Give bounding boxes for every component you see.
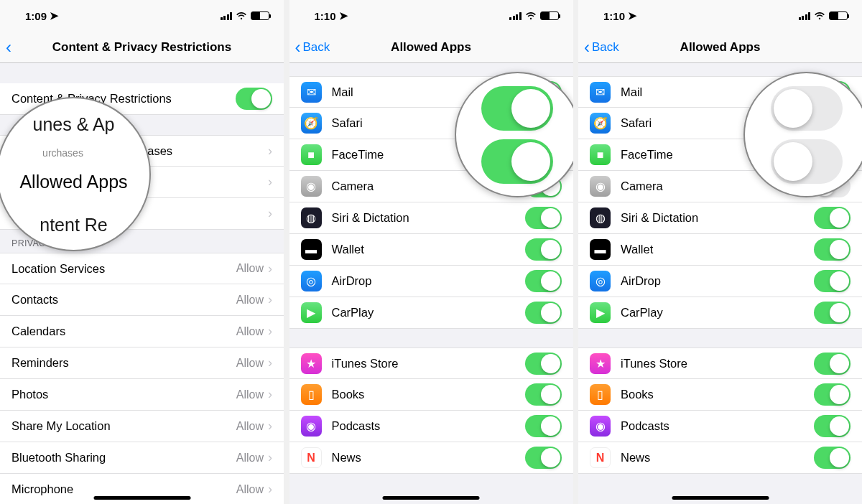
siri-dictation-icon: ◍ [301,207,322,228]
podcasts-icon: ◉ [301,416,322,437]
app-toggle-row[interactable]: ◉Podcasts [289,411,573,442]
podcasts-icon: ◉ [590,416,611,437]
chevron-back-icon: ‹ [295,39,301,56]
chevron-right-icon: › [268,292,272,307]
toggle-switch[interactable] [814,353,851,375]
app-toggle-row[interactable]: ▶CarPlay [578,297,862,329]
toggle-switch[interactable] [814,270,851,292]
row-label: Bluetooth Sharing [11,451,236,465]
wifi-icon [525,11,537,20]
home-indicator[interactable] [93,496,190,500]
toggle-switch[interactable] [814,415,851,437]
app-toggle-row[interactable]: ★iTunes Store [289,347,573,379]
row-label: Siri & Dictation [332,211,525,225]
app-toggle-row[interactable]: ▶CarPlay [289,297,573,329]
back-button[interactable]: ‹ Back [584,39,619,56]
app-toggle-row[interactable]: ▯Books [578,379,862,411]
privacy-row[interactable]: Location ServicesAllow› [0,253,284,284]
row-detail: Allow [236,357,264,370]
chevron-right-icon: › [268,419,272,434]
app-toggle-row[interactable]: ◍Siri & Dictation [578,202,862,234]
app-toggle-row[interactable]: ◎AirDrop [289,266,573,297]
toggle-switch[interactable] [525,238,562,261]
privacy-row[interactable]: PhotosAllow› [0,379,284,411]
row-label: Location Services [11,262,236,276]
row-label: AirDrop [332,274,525,288]
row-detail: Allow [236,325,264,338]
row-label: Microphone [11,482,236,496]
enlarged-toggle-off [771,86,843,131]
privacy-row[interactable]: Share My LocationAllow› [0,411,284,442]
app-toggle-row[interactable]: ★iTunes Store [578,347,862,379]
chevron-right-icon: › [268,387,272,402]
toggle-switch[interactable] [814,207,851,229]
back-label: Back [303,40,330,55]
toggle-switch[interactable] [525,270,562,292]
row-detail: Allow [236,294,264,307]
app-toggle-row[interactable]: ◎AirDrop [578,266,862,297]
chevron-right-icon: › [268,482,272,497]
phone-screen-2: 1:10 ➤ ‹ Back Allowed Apps ✉Mail🧭Safari■… [289,0,573,504]
row-detail: Allow [236,420,264,433]
toggle-switch[interactable] [814,238,851,261]
app-toggle-row[interactable]: ◉Podcasts [578,411,862,442]
wallet-icon: ▬ [301,239,322,260]
app-toggle-row[interactable]: ▬Wallet [289,234,573,266]
privacy-row[interactable]: ContactsAllow› [0,284,284,316]
toggle-switch[interactable] [814,302,851,324]
row-label: Photos [11,388,236,401]
toggle-switch[interactable] [525,383,562,406]
chevron-right-icon: › [268,324,272,339]
wallet-icon: ▬ [590,239,611,260]
row-label: Podcasts [621,419,814,433]
privacy-row[interactable]: Bluetooth SharingAllow› [0,442,284,474]
toggle-switch[interactable] [525,302,562,324]
nav-bar: ‹ Content & Privacy Restrictions [0,32,284,63]
chevron-back-icon: ‹ [584,39,590,56]
app-toggle-row[interactable]: NNews [578,442,862,474]
toggle-switch[interactable] [525,353,562,375]
wifi-icon [814,11,825,20]
back-label: Back [592,40,619,55]
row-label: Share My Location [11,419,236,433]
magnifier-overlay [455,72,573,197]
back-button[interactable]: ‹ Back [295,39,330,56]
chevron-right-icon: › [268,144,272,159]
app-toggle-row[interactable]: ◍Siri & Dictation [289,202,573,234]
signal-icon [221,12,233,20]
page-title: Allowed Apps [578,40,862,55]
row-detail: Allow [236,452,264,465]
row-label: Wallet [621,243,814,256]
status-time: 1:10 [315,10,336,22]
app-toggle-row[interactable]: NNews [289,442,573,474]
toggle-switch[interactable] [814,383,851,406]
row-label: News [332,451,525,465]
row-detail: Allow [236,388,264,401]
home-indicator[interactable] [383,496,480,500]
row-label: Podcasts [332,419,525,433]
toggle-switch[interactable] [236,88,272,110]
camera-icon: ◉ [590,176,611,197]
toggle-switch[interactable] [525,447,562,469]
row-label: CarPlay [332,306,525,319]
itunes-store-icon: ★ [301,353,322,374]
siri-dictation-icon: ◍ [590,207,611,228]
books-icon: ▯ [590,384,611,405]
phone-screen-3: 1:10 ➤ ‹ Back Allowed Apps ✉Mail🧭Safari■… [578,0,862,504]
back-button[interactable]: ‹ [6,39,11,56]
privacy-row[interactable]: RemindersAllow› [0,347,284,379]
status-bar: 1:10 ➤ [289,0,573,32]
toggle-switch[interactable] [525,207,562,229]
privacy-row[interactable]: CalendarsAllow› [0,316,284,347]
wifi-icon [236,11,247,20]
location-arrow-icon: ➤ [339,9,348,22]
app-toggle-row[interactable]: ▯Books [289,379,573,411]
row-label: Wallet [332,243,525,256]
app-toggle-row[interactable]: ▬Wallet [578,234,862,266]
airdrop-icon: ◎ [301,271,322,291]
toggle-switch[interactable] [525,415,562,437]
toggle-switch[interactable] [814,447,851,469]
home-indicator[interactable] [672,496,769,500]
status-bar: 1:09 ➤ [0,0,284,32]
camera-icon: ◉ [301,176,322,197]
